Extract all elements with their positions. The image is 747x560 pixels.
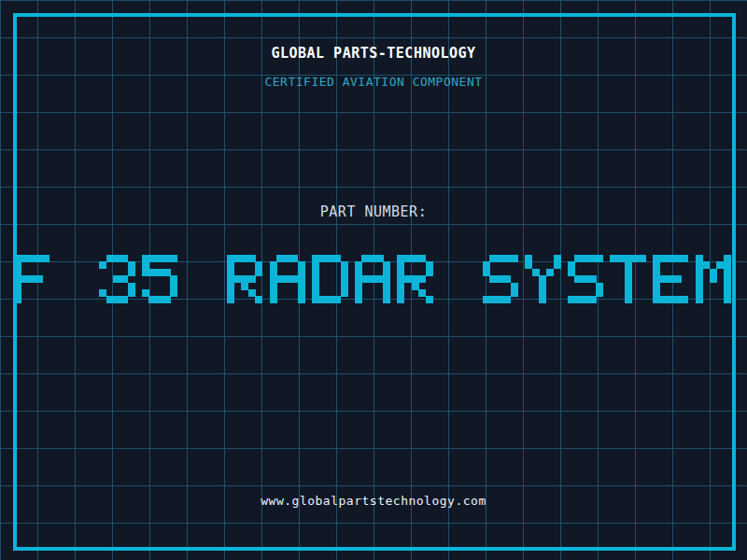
part-number-value-pixel-text: [0, 254, 747, 306]
part-number-label: PART NUMBER:: [0, 204, 747, 219]
company-name: GLOBAL PARTS-TECHNOLOGY: [0, 45, 747, 62]
certification-tagline: CERTIFIED AVIATION COMPONENT: [0, 75, 747, 90]
website-url: www.globalpartstechnology.com: [0, 494, 747, 509]
blueprint-page: GLOBAL PARTS-TECHNOLOGY CERTIFIED AVIATI…: [0, 0, 747, 560]
